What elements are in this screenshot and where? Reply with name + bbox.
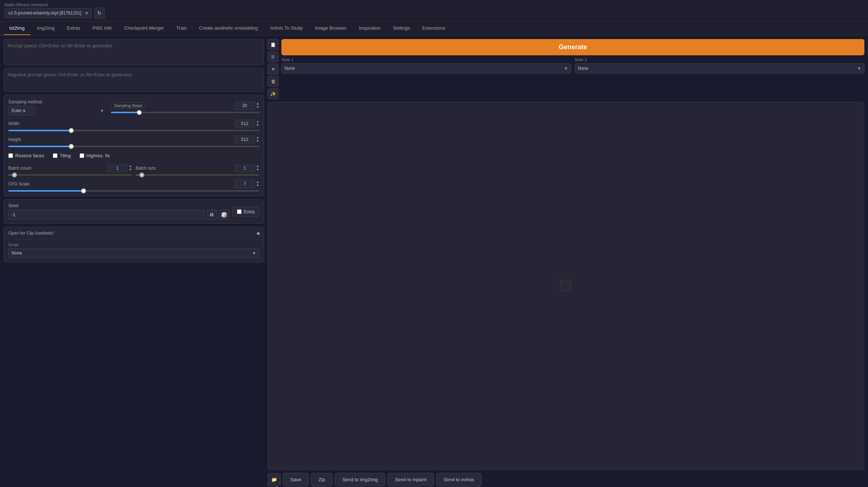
right-panel: 📋 ⎘ ✕ 🗑 ✨ Generate Style 1 None ▼ — [268, 39, 864, 486]
cfg-scale-value[interactable] — [235, 180, 255, 188]
width-arrows[interactable]: ▲▼ — [256, 120, 259, 127]
tab-settings[interactable]: Settings — [387, 22, 416, 35]
script-body: Script None ▼ — [4, 239, 264, 262]
batch-row: Batch count ▲▼ Batch size — [8, 164, 259, 176]
extra-checkbox[interactable]: Extra — [232, 207, 259, 217]
style2-group: Style 2 None ▼ — [575, 57, 864, 73]
negative-prompt-input[interactable] — [8, 72, 260, 88]
cfg-scale-label: CFG Scale — [8, 181, 30, 187]
highres-fix-label: Highres. fix — [86, 153, 110, 158]
paste-button[interactable]: 📋 — [268, 39, 278, 50]
extra-label: Extra — [244, 209, 255, 214]
height-label: Height — [8, 137, 21, 142]
script-label: Script — [8, 243, 259, 247]
width-track[interactable] — [8, 130, 259, 131]
clear-button[interactable]: ✕ — [268, 64, 278, 74]
tab-checkpoint-merger[interactable]: Checkpoint Merger — [118, 22, 170, 35]
sampling-steps-arrows[interactable]: ▲▼ — [256, 102, 259, 109]
style1-label: Style 1 — [281, 57, 571, 62]
tiling-checkbox[interactable]: Tiling — [53, 153, 71, 158]
folder-button[interactable]: 📁 — [268, 473, 281, 486]
cfg-scale-track[interactable] — [8, 190, 259, 192]
highres-fix-input[interactable] — [80, 153, 84, 158]
refresh-checkpoint-button[interactable]: ↻ — [94, 8, 105, 18]
restore-faces-input[interactable] — [8, 153, 13, 158]
restore-faces-checkbox[interactable]: Restore faces — [8, 153, 44, 158]
tab-png-info[interactable]: PNG Info — [87, 22, 118, 35]
height-thumb[interactable] — [69, 144, 74, 149]
seed-input[interactable] — [8, 210, 205, 219]
checkbox-row: Restore faces Tiling Highres. fix — [8, 151, 259, 160]
style-selectors: Style 1 None ▼ Style 2 None — [281, 57, 864, 73]
height-value[interactable] — [235, 136, 255, 144]
right-header: 📋 ⎘ ✕ 🗑 ✨ Generate Style 1 None ▼ — [268, 39, 864, 99]
batch-size-track[interactable] — [136, 174, 259, 176]
tab-train[interactable]: Train — [170, 22, 192, 35]
sampling-steps-label: Sampling Steps — [111, 102, 145, 109]
height-slider-group: Height ▲▼ — [8, 136, 259, 147]
tab-txt2img[interactable]: txt2img — [4, 22, 30, 35]
sampling-method-select[interactable]: Euler a — [8, 106, 35, 115]
cfg-scale-group: CFG Scale ▲▼ — [8, 180, 259, 192]
extra-input[interactable] — [237, 209, 242, 214]
batch-size-label: Batch size — [136, 166, 156, 171]
top-bar: Stable Diffusion checkpoint v1-5-pruned-… — [0, 0, 868, 22]
generate-button[interactable]: Generate — [281, 39, 864, 55]
checkpoint-select[interactable]: v1-5-pruned-emaonly.ckpt [81761151] — [4, 8, 92, 18]
sampling-steps-track[interactable] — [111, 112, 259, 113]
extra2-button[interactable]: ✨ — [268, 88, 278, 99]
batch-size-arrows[interactable]: ▲▼ — [256, 165, 259, 172]
generate-styles-col: Generate Style 1 None ▼ Style 2 — [281, 39, 864, 73]
cfg-scale-arrows[interactable]: ▲▼ — [256, 180, 259, 188]
send-to-inpaint-button[interactable]: Send to inpaint — [387, 473, 434, 486]
tab-extras[interactable]: Extras — [61, 22, 86, 35]
width-slider-group: Width ▲▼ — [8, 120, 259, 131]
zip-button[interactable]: Zip — [311, 473, 333, 486]
seed-dice-button[interactable]: 🎲 — [219, 210, 229, 220]
style1-group: Style 1 None ▼ — [281, 57, 571, 73]
batch-count-track[interactable] — [8, 174, 132, 176]
batch-size-group: Batch size ▲▼ — [136, 164, 259, 176]
batch-size-value[interactable] — [235, 164, 255, 172]
prompt-input[interactable] — [8, 43, 260, 61]
copy-button[interactable]: ⎘ — [268, 51, 278, 62]
sampling-controls: Sampling method Euler a ▼ Sampling Steps… — [4, 95, 264, 196]
trash-button[interactable]: 🗑 — [268, 76, 278, 87]
save-button[interactable]: Save — [283, 473, 309, 486]
width-label: Width — [8, 121, 20, 126]
tiling-label: Tiling — [60, 153, 71, 158]
seed-recycle-button[interactable]: ♻ — [207, 210, 217, 220]
tab-extensions[interactable]: Extensions — [416, 22, 451, 35]
batch-count-group: Batch count ▲▼ — [8, 164, 132, 176]
right-controls: 📋 ⎘ ✕ 🗑 ✨ — [268, 39, 278, 99]
tab-img2img[interactable]: img2img — [31, 22, 60, 35]
tab-aesthetic-embedding[interactable]: Create aesthetic embedding — [193, 22, 264, 35]
width-thumb[interactable] — [69, 128, 74, 133]
prompt-area — [4, 39, 264, 65]
cfg-scale-thumb[interactable] — [81, 188, 86, 193]
sampling-steps-thumb[interactable] — [137, 110, 142, 115]
left-panel: Sampling method Euler a ▼ Sampling Steps… — [4, 39, 264, 486]
tiling-input[interactable] — [53, 153, 58, 158]
style2-select[interactable]: None — [575, 63, 864, 73]
height-track[interactable] — [8, 146, 259, 147]
style2-label: Style 2 — [575, 57, 864, 62]
batch-size-thumb[interactable] — [139, 172, 144, 178]
tab-inspiration[interactable]: Inspiration — [353, 22, 386, 35]
batch-count-thumb[interactable] — [12, 172, 17, 178]
script-select[interactable]: None — [8, 248, 259, 258]
tab-artists-to-study[interactable]: Artists To Study — [264, 22, 309, 35]
bottom-actions: 📁 Save Zip Send to img2img Send to inpai… — [268, 473, 864, 486]
script-header[interactable]: Open for Clip Aesthetic! ◀ — [4, 227, 264, 239]
sampling-steps-value[interactable] — [235, 102, 255, 110]
style1-select[interactable]: None — [281, 63, 571, 73]
send-to-extras-button[interactable]: Send to extras — [436, 473, 482, 486]
height-arrows[interactable]: ▲▼ — [256, 136, 259, 143]
script-section: Open for Clip Aesthetic! ◀ Script None ▼ — [4, 227, 264, 262]
batch-count-value[interactable] — [107, 164, 127, 172]
width-value[interactable] — [235, 120, 255, 128]
send-to-img2img-button[interactable]: Send to img2img — [335, 473, 386, 486]
batch-count-arrows[interactable]: ▲▼ — [129, 165, 132, 172]
tab-image-browser[interactable]: Image Browser — [309, 22, 352, 35]
highres-fix-checkbox[interactable]: Highres. fix — [80, 153, 110, 158]
